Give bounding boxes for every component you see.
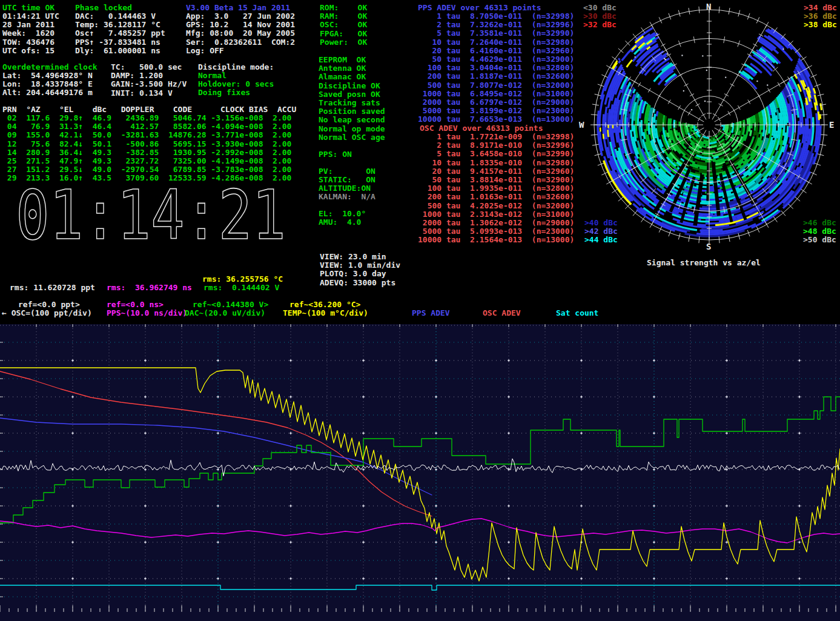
legend-sat-count: Sat count: [556, 309, 598, 317]
scale-osc: ← OSC=(100 ppt/div): [2, 309, 92, 317]
legend-pps-adev: PPS ADEV: [412, 309, 450, 317]
rms-pps: rms: 36.962749 ns: [107, 284, 192, 292]
scale-temp: TEMP~(100 m°C/div): [283, 309, 368, 317]
svg-text:N: N: [706, 2, 711, 12]
lady-heather-screen: UTC time OK 01:14:21 UTC 28 Jan 2011 Wee…: [0, 0, 840, 621]
phase-block: DAC: 0.144463 V Temp: 36.128117 °C Osc↑ …: [75, 12, 165, 55]
pps-flag: PPS: ON: [319, 150, 352, 159]
loop-params-block: TC: 500.0 sec DAMP: 1.200 GAIN:-3.500 Hz…: [111, 63, 187, 98]
time-block: 01:14:21 UTC 28 Jan 2011 Week: 1620 TOW:…: [2, 12, 59, 55]
sat-table-rows: 02 117.6 29.8↑ 46.9 2436.89 5046.74 -3.1…: [2, 114, 291, 183]
position-block: Lat: 54.4964928° N Lon: 18.4337848° E Al…: [2, 71, 93, 98]
history-plot-area[interactable]: [0, 324, 840, 621]
satellite-signal-polar-plot: NSEW: [575, 0, 840, 271]
view-settings-block: VIEW: 23.0 min VIEW: 1.0 min/div PLOTQ: …: [320, 253, 400, 287]
fix-flags: PV: ON STATIC: ON ALTITUDE:ON: [319, 167, 375, 193]
kalman-flag: KALMAN: N/A: [319, 193, 375, 201]
rms-osc: rms: 11.620728 ppt: [10, 284, 95, 292]
version-block: App: 3.0 27 Jun 2002 GPS: 10.2 14 Nov 20…: [186, 12, 295, 55]
digital-clock-time: 01:14:21: [16, 181, 286, 252]
gps-status-list: EEPROM OK Antenna OK Almanac OK Discipli…: [319, 56, 385, 142]
svg-text:E: E: [829, 120, 834, 130]
discipline-mode-block: Normal Holdover: 0 secs Doing fixes: [198, 71, 274, 98]
scale-dac: DAC~(20.0 uV/div): [185, 309, 265, 317]
legend-osc-adev: OSC ADEV: [483, 309, 521, 317]
hardware-status-list: ROM: OK RAM: OK OSC: OK FPGA: OK Power: …: [320, 4, 367, 47]
rms-dac: rms: 0.144402 V: [203, 284, 279, 292]
digital-clock: 01:14:21: [12, 181, 291, 252]
scale-pps: PPS~(10.0 ns/div): [107, 309, 187, 317]
svg-text:S: S: [706, 242, 711, 251]
el-amu-block: EL: 10.0° AMU: 4.0: [319, 210, 366, 227]
svg-text:W: W: [579, 120, 584, 130]
osc-adev-table: 1 tau 1.7721e-009 (n=32998) 2 tau 8.9171…: [418, 133, 574, 245]
pps-adev-table: 1 tau 8.7050e-011 (n=32998) 2 tau 7.3262…: [418, 12, 574, 124]
